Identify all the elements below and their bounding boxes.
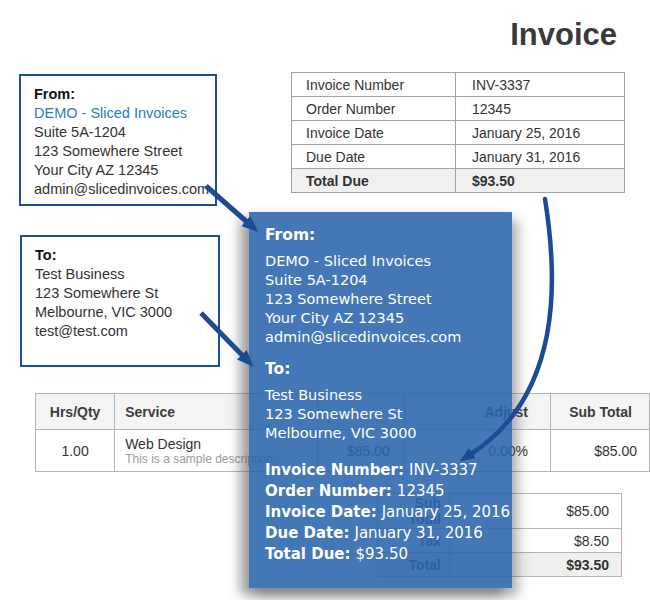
extracted-data-overlay: From: DEMO - Sliced Invoices Suite 5A-12… (249, 212, 512, 588)
overlay-detail-line: Total Due:$93.50 (265, 544, 502, 565)
from-address-box: From: DEMO - Sliced Invoices Suite 5A-12… (19, 74, 217, 206)
from-label: From: (34, 85, 207, 104)
overlay-detail-line: Invoice Date:January 25, 2016 (265, 502, 502, 523)
from-address-line: Your City AZ 12345 (34, 161, 207, 180)
cell-qty: 1.00 (36, 430, 115, 472)
overlay-from-line: admin@slicedinvoices.com (265, 328, 502, 347)
overlay-detail-line: Order Number:12345 (265, 481, 502, 502)
summary-row: Invoice Number INV-3337 (292, 73, 625, 97)
summary-row-total: Total Due $93.50 (292, 169, 625, 193)
overlay-from-line: 123 Somewhere Street (265, 290, 502, 309)
summary-row: Invoice Date January 25, 2016 (292, 121, 625, 145)
company-link[interactable]: DEMO - Sliced Invoices (34, 104, 207, 123)
overlay-from-line: Suite 5A-1204 (265, 271, 502, 290)
invoice-document: Invoice Invoice Number INV-3337 Order Nu… (0, 0, 650, 600)
overlay-to-line: Test Business (265, 386, 502, 405)
to-label: To: (35, 246, 210, 265)
summary-label: Invoice Number (292, 73, 456, 97)
invoice-summary-table: Invoice Number INV-3337 Order Number 123… (291, 72, 625, 193)
summary-value: $93.50 (456, 169, 625, 193)
overlay-to-label: To: (265, 360, 502, 379)
summary-value: 12345 (456, 97, 625, 121)
to-address-line: 123 Somewhere St (35, 284, 210, 303)
page-title: Invoice (510, 17, 617, 53)
overlay-details: Invoice Number:INV-3337 Order Number:123… (265, 460, 502, 565)
to-email: test@test.com (35, 322, 210, 341)
overlay-detail-line: Due Date:January 31, 2016 (265, 523, 502, 544)
overlay-to-line: 123 Somewhere St (265, 405, 502, 424)
to-address-line: Test Business (35, 265, 210, 284)
summary-label: Order Number (292, 97, 456, 121)
summary-row: Order Number 12345 (292, 97, 625, 121)
summary-value: INV-3337 (456, 73, 625, 97)
from-address-line: 123 Somewhere Street (34, 142, 207, 161)
from-email: admin@slicedinvoices.com (34, 180, 207, 199)
overlay-to-line: Melbourne, VIC 3000 (265, 424, 502, 443)
col-header-qty: Hrs/Qty (36, 394, 115, 430)
cell-subtotal: $85.00 (551, 430, 650, 472)
summary-value: January 31, 2016 (456, 145, 625, 169)
overlay-detail-line: Invoice Number:INV-3337 (265, 460, 502, 481)
from-address-line: Suite 5A-1204 (34, 123, 207, 142)
summary-value: January 25, 2016 (456, 121, 625, 145)
to-address-box: To: Test Business 123 Somewhere St Melbo… (20, 235, 220, 367)
summary-row: Due Date January 31, 2016 (292, 145, 625, 169)
summary-label: Total Due (292, 169, 456, 193)
summary-label: Due Date (292, 145, 456, 169)
col-header-subtotal: Sub Total (551, 394, 650, 430)
overlay-from-line: DEMO - Sliced Invoices (265, 252, 502, 271)
to-address-line: Melbourne, VIC 3000 (35, 303, 210, 322)
summary-label: Invoice Date (292, 121, 456, 145)
overlay-from-label: From: (265, 226, 502, 245)
overlay-from-line: Your City AZ 12345 (265, 309, 502, 328)
